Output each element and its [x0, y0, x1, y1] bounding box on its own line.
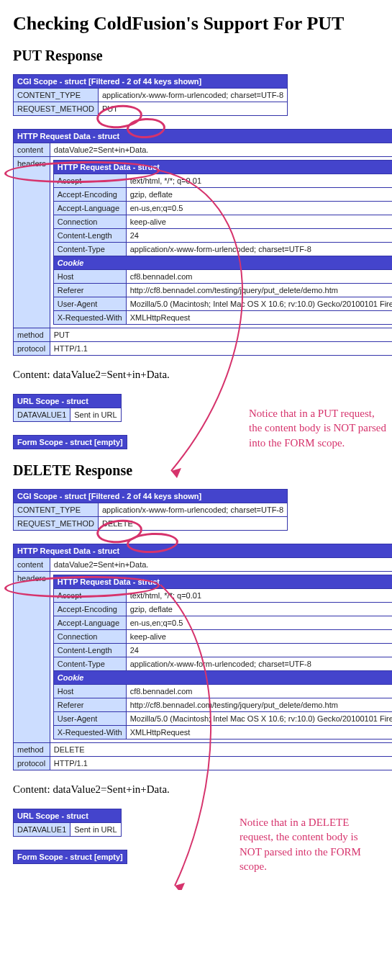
req-content-val: dataValue2=Sent+in+Data.: [50, 558, 392, 572]
nested-header: HTTP Request Data - struct: [53, 575, 392, 589]
hdr-v: XMLHttpRequest: [126, 726, 392, 740]
cgi-key: CONTENT_TYPE: [14, 89, 99, 102]
cgi-val: application/x-www-form-urlencoded; chars…: [98, 89, 287, 102]
hdr-v: en-us,en;q=0.5: [126, 202, 392, 215]
form-scope-put: Form Scope - struct [empty]: [13, 435, 127, 449]
annotation-del: Notice that in a DELETE request, the con…: [240, 815, 380, 873]
method-k: method: [14, 743, 50, 757]
method-v: DELETE: [50, 743, 392, 757]
annotation-put: Notice that in a PUT request, the conten…: [249, 406, 389, 450]
hdr-k: Connection: [53, 215, 126, 229]
hdr-v: 24: [126, 644, 392, 657]
req-content-key: content: [14, 558, 50, 572]
cgi-dump-del: CGI Scope - struct [Filtered - 2 of 44 k…: [13, 489, 288, 531]
hdr-k: User-Agent: [53, 297, 126, 311]
req-content-val: dataValue2=Sent+in+Data.: [50, 143, 392, 157]
cgi-val: DELETE: [98, 517, 287, 531]
url-header: URL Scope - struct: [14, 395, 122, 408]
hdr-k: Content-Length: [53, 229, 126, 243]
hdr-v: http://cf8.bennadel.com/testing/jquery/p…: [126, 698, 392, 712]
hdr-k: Content-Type: [53, 657, 126, 671]
url-k: DATAVALUE1: [14, 823, 70, 837]
cgi-header: CGI Scope - struct [Filtered - 2 of 44 k…: [14, 490, 288, 503]
hdr-k: X-Requested-With: [53, 311, 126, 325]
hdr-k: Content-Type: [53, 243, 126, 256]
url-scope-put: URL Scope - struct DATAVALUE1Sent in URL: [13, 394, 122, 422]
url-v: Sent in URL: [70, 408, 121, 422]
delete-heading: DELETE Response: [13, 462, 392, 479]
hdr-v: text/html, */*; q=0.01: [126, 589, 392, 603]
form-header: Form Scope - struct [empty]: [14, 436, 127, 449]
req-headers-key: headers: [14, 157, 50, 328]
hdr-v: cf8.bennadel.com: [126, 685, 392, 698]
hdr-k: Referer: [53, 284, 126, 297]
hdr-k: Connection: [53, 630, 126, 644]
hdr-v: keep-alive: [126, 630, 392, 644]
hdr-v: text/html, */*; q=0.01: [126, 174, 392, 188]
hdr-v: gzip, deflate: [126, 188, 392, 202]
http-request-dump-del: HTTP Request Data - struct content dataV…: [13, 544, 392, 770]
url-header: URL Scope - struct: [14, 809, 122, 823]
hdr-k: Host: [53, 270, 126, 284]
req-headers-nested: HTTP Request Data - struct Accepttext/ht…: [50, 157, 392, 328]
hdr-v: keep-alive: [126, 215, 392, 229]
req-headers-nested: HTTP Request Data - struct Accepttext/ht…: [50, 572, 392, 743]
url-k: DATAVALUE1: [14, 408, 70, 422]
hdr-v: en-us,en;q=0.5: [126, 616, 392, 630]
hdr-k: Host: [53, 685, 126, 698]
hdr-v: Mozilla/5.0 (Macintosh; Intel Mac OS X 1…: [126, 712, 392, 726]
hdr-k: X-Requested-With: [53, 726, 126, 740]
hdr-v: 24: [126, 229, 392, 243]
hdr-v: gzip, deflate: [126, 603, 392, 616]
req-header: HTTP Request Data - struct: [14, 544, 393, 558]
req-header: HTTP Request Data - struct: [14, 130, 393, 143]
content-line-del: Content: dataValue2=Sent+in+Data.: [13, 783, 392, 796]
hdr-v: http://cf8.bennadel.com/testing/jquery/p…: [126, 284, 392, 297]
url-v: Sent in URL: [70, 823, 121, 837]
req-content-key: content: [14, 143, 50, 157]
put-heading: PUT Response: [13, 48, 392, 64]
form-header: Form Scope - struct [empty]: [14, 850, 127, 864]
cgi-val: PUT: [98, 102, 287, 116]
hdr-v: XMLHttpRequest: [126, 311, 392, 325]
hdr-k: Accept-Encoding: [53, 603, 126, 616]
hdr-k: Accept: [53, 589, 126, 603]
method-v: PUT: [50, 328, 392, 342]
hdr-v: application/x-www-form-urlencoded; chars…: [126, 657, 392, 671]
cookie-row: Cookie: [53, 256, 392, 270]
cgi-key: REQUEST_METHOD: [14, 517, 99, 531]
hdr-k: User-Agent: [53, 712, 126, 726]
hdr-k: Accept-Language: [53, 202, 126, 215]
hdr-v: application/x-www-form-urlencoded; chars…: [126, 243, 392, 256]
req-headers-key: headers: [14, 572, 50, 743]
cgi-dump-put: CGI Scope - struct [Filtered - 2 of 44 k…: [13, 74, 288, 116]
content-line-put: Content: dataValue2=Sent+in+Data.: [13, 369, 392, 381]
hdr-v: cf8.bennadel.com: [126, 270, 392, 284]
method-k: method: [14, 328, 50, 342]
protocol-v: HTTP/1.1: [50, 342, 392, 356]
hdr-k: Referer: [53, 698, 126, 712]
nested-header: HTTP Request Data - struct: [53, 161, 392, 174]
url-scope-del: URL Scope - struct DATAVALUE1Sent in URL: [13, 809, 122, 837]
form-scope-del: Form Scope - struct [empty]: [13, 850, 127, 864]
cgi-key: CONTENT_TYPE: [14, 503, 99, 517]
hdr-k: Accept-Language: [53, 616, 126, 630]
protocol-k: protocol: [14, 342, 50, 356]
hdr-k: Content-Length: [53, 644, 126, 657]
cgi-header: CGI Scope - struct [Filtered - 2 of 44 k…: [14, 75, 288, 89]
http-request-dump-put: HTTP Request Data - struct content dataV…: [13, 129, 392, 356]
page-title: Checking ColdFusion's Support For PUT: [13, 13, 392, 35]
cookie-row: Cookie: [53, 671, 392, 685]
arrow-head-icon: [175, 883, 185, 890]
hdr-k: Accept-Encoding: [53, 188, 126, 202]
hdr-v: Mozilla/5.0 (Macintosh; Intel Mac OS X 1…: [126, 297, 392, 311]
hdr-k: Accept: [53, 174, 126, 188]
cgi-key: REQUEST_METHOD: [14, 102, 99, 116]
protocol-k: protocol: [14, 757, 50, 770]
protocol-v: HTTP/1.1: [50, 757, 392, 770]
cgi-val: application/x-www-form-urlencoded; chars…: [98, 503, 287, 517]
